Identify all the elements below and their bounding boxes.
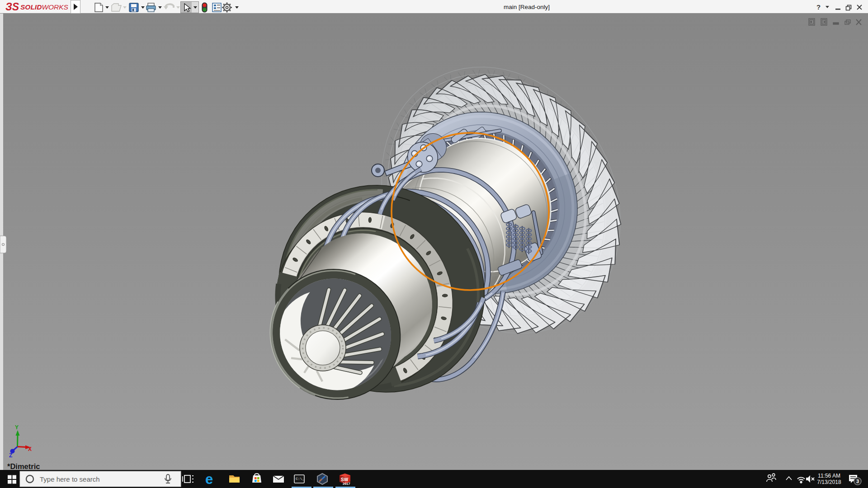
svg-text:X: X — [28, 446, 32, 452]
svg-text:Type here to search: Type here to search — [40, 475, 100, 483]
svg-text:Z: Z — [9, 452, 12, 459]
svg-text:e: e — [205, 471, 213, 487]
svg-text:3: 3 — [856, 479, 859, 484]
svg-text:ЗS: ЗS — [5, 1, 19, 13]
svg-text:SOLIDWORKS: SOLIDWORKS — [20, 3, 69, 11]
svg-text:?: ? — [816, 3, 821, 11]
svg-text:*Dimetric: *Dimetric — [7, 462, 40, 470]
svg-text:7/13/2018: 7/13/2018 — [817, 479, 841, 485]
svg-text:main [Read-only]: main [Read-only] — [504, 4, 550, 10]
svg-text:Y: Y — [15, 424, 19, 431]
svg-text:11:56 AM: 11:56 AM — [818, 473, 840, 479]
svg-text:C:\_: C:\_ — [296, 477, 304, 481]
svg-text:2017: 2017 — [343, 482, 350, 486]
